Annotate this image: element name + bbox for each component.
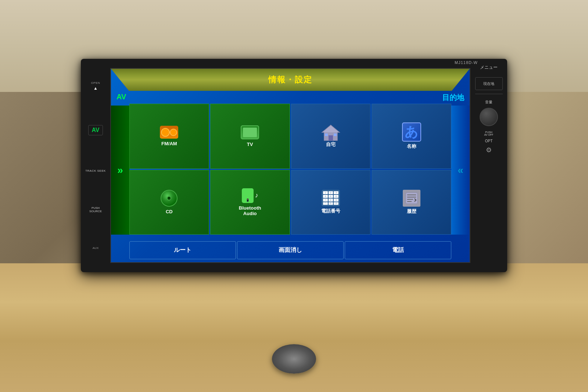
bottom-bar: ルート 画面消し 電話 bbox=[111, 238, 470, 262]
volume-knob[interactable] bbox=[480, 108, 498, 126]
route-button[interactable]: ルート bbox=[129, 241, 236, 259]
opt-label: OPT bbox=[485, 139, 493, 143]
screen-content: 情報・設定 ⌄⌄ AV 目的地 » « bbox=[111, 69, 470, 262]
grid-item-name[interactable]: あ 名称 bbox=[372, 104, 451, 169]
grid-item-bluetooth[interactable]: 📱 ♪ Bluetooth Audio bbox=[210, 170, 290, 235]
svg-rect-2 bbox=[329, 135, 333, 140]
name-label: 名称 bbox=[407, 143, 416, 150]
header-bar: 情報・設定 ⌄⌄ bbox=[111, 69, 470, 91]
grid-item-history[interactable]: 履歴 bbox=[372, 170, 451, 235]
header-title: 情報・設定 bbox=[268, 74, 312, 85]
nav-arrow-left[interactable]: » bbox=[111, 106, 129, 235]
destination-label: 目的地 bbox=[442, 93, 464, 103]
tv-icon bbox=[241, 125, 259, 139]
right-arrow-icon: « bbox=[458, 164, 463, 176]
grid-item-cd[interactable]: CD bbox=[129, 170, 209, 235]
cd-icon bbox=[161, 190, 178, 207]
clear-screen-button[interactable]: 画面消し bbox=[237, 241, 344, 259]
grid-item-tv[interactable]: TV bbox=[210, 104, 290, 169]
gear-icon[interactable]: ⚙ bbox=[486, 146, 492, 154]
history-icon bbox=[403, 190, 420, 207]
grid-item-phone-number[interactable]: 1 2 3 4 5 6 7 8 9 * 0 # bbox=[291, 170, 371, 235]
menu-label: メニュー bbox=[480, 64, 498, 71]
push-av-off-button[interactable]: PUSH AV OFF bbox=[484, 131, 494, 136]
tv-label: TV bbox=[247, 142, 253, 147]
svg-rect-5 bbox=[406, 193, 417, 204]
grid-item-fm-am[interactable]: FM/AM bbox=[129, 104, 209, 169]
open-button[interactable]: OPEN ▲ bbox=[91, 81, 100, 92]
right-panel: メニュー 現在地 音量 PUSH AV OFF OPT ⚙ bbox=[470, 59, 507, 272]
svg-rect-4 bbox=[334, 133, 337, 136]
grid-item-home[interactable]: 自宅 bbox=[291, 104, 371, 169]
phone-button[interactable]: 電話 bbox=[345, 241, 451, 259]
hiragana-icon: あ bbox=[402, 122, 421, 142]
phone-number-label: 電話番号 bbox=[321, 208, 340, 214]
keypad-icon: 1 2 3 4 5 6 7 8 9 * 0 # bbox=[322, 190, 340, 206]
history-label: 履歴 bbox=[407, 208, 416, 215]
divider bbox=[475, 94, 503, 94]
home-label: 自宅 bbox=[326, 141, 336, 148]
tv-screen bbox=[243, 128, 257, 137]
push-source-button[interactable]: PUSH SOURCE bbox=[89, 206, 102, 213]
track-seek-button[interactable]: TRACK SEEK bbox=[85, 169, 106, 172]
left-arrow-icon: » bbox=[117, 164, 123, 176]
svg-rect-3 bbox=[325, 133, 328, 136]
bluetooth-label: Bluetooth Audio bbox=[239, 205, 261, 216]
current-location-button[interactable]: 現在地 bbox=[475, 77, 503, 90]
left-panel: OPEN ▲ AV TRACK SEEK PUSH SOURCE AUX bbox=[81, 59, 110, 272]
volume-label: 音量 bbox=[485, 100, 492, 105]
stand-mount bbox=[272, 344, 316, 374]
house-icon bbox=[321, 124, 340, 141]
stereo-unit: MJ118D-W OPEN ▲ AV TRACK SEEK PUSH SOURC… bbox=[81, 59, 507, 272]
screen: 情報・設定 ⌄⌄ AV 目的地 » « bbox=[110, 68, 470, 263]
cd-label: CD bbox=[166, 209, 173, 214]
av-button[interactable]: AV bbox=[88, 125, 103, 135]
main-grid: FM/AM TV bbox=[129, 104, 451, 235]
nav-arrow-right[interactable]: « bbox=[451, 106, 470, 235]
bluetooth-icon: 📱 ♪ bbox=[242, 188, 258, 203]
radio-icon bbox=[160, 126, 178, 139]
header-arrow-icon: ⌄⌄ bbox=[285, 89, 296, 97]
eject-icon: ▲ bbox=[93, 86, 98, 91]
background: MJ118D-W OPEN ▲ AV TRACK SEEK PUSH SOURC… bbox=[0, 0, 588, 392]
aux-label: AUX bbox=[93, 246, 98, 250]
current-location-label: 現在地 bbox=[483, 82, 494, 86]
fm-am-label: FM/AM bbox=[161, 141, 177, 146]
av-section-label: AV bbox=[116, 93, 126, 101]
